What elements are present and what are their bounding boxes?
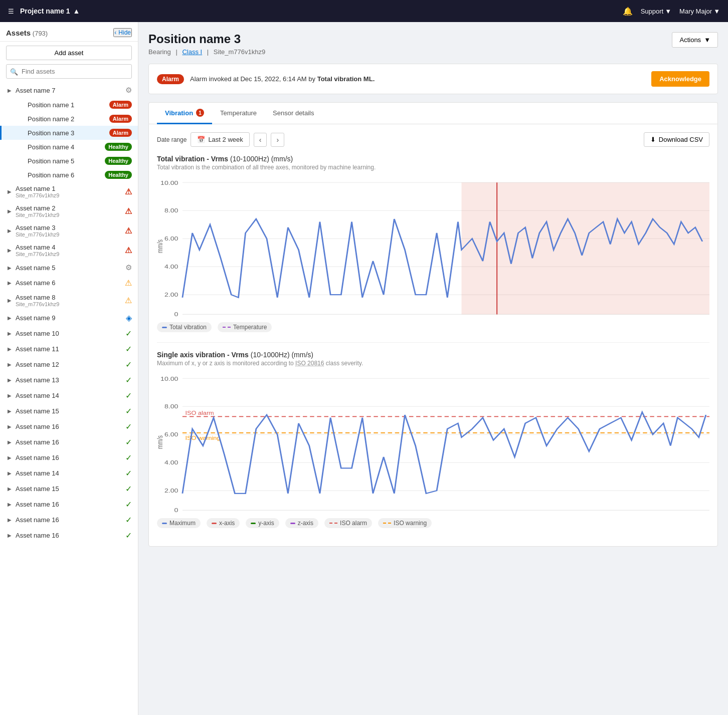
project-arrow-icon: ▲	[73, 7, 80, 15]
status-icon-ok: ✓	[125, 360, 132, 369]
svg-rect-13	[462, 182, 709, 314]
status-icon-ok: ✓	[125, 468, 132, 478]
class-link[interactable]: Class I	[182, 48, 202, 56]
item-label: Asset name 3	[16, 224, 122, 231]
status-icon-ok: ✓	[125, 500, 132, 509]
svg-text:8.00: 8.00	[164, 207, 178, 213]
status-badge: Alarm	[109, 129, 132, 137]
status-icon-warning: ⚠	[125, 278, 132, 288]
tab-sensor-details[interactable]: Sensor details	[265, 103, 322, 124]
sidebar-item-asset7[interactable]: ▶Asset name 7⚙	[0, 83, 138, 98]
legend-iso-warning: ISO warning	[378, 518, 432, 528]
item-label: Asset name 5	[16, 264, 122, 272]
expand-arrow-icon: ▶	[8, 228, 12, 233]
item-label: Position name 3	[28, 129, 106, 137]
expand-arrow-icon: ▶	[8, 298, 12, 303]
sidebar-item-asset14a[interactable]: ▶Asset name 14✓	[0, 388, 138, 403]
item-label: Asset name 9	[16, 314, 123, 322]
status-icon-ok: ✓	[125, 437, 132, 447]
status-icon-ok: ✓	[125, 515, 132, 525]
sidebar-item-asset4[interactable]: ▶Asset name 4Site_m776v1khz9⚠	[0, 241, 138, 260]
hide-sidebar-button[interactable]: ‹ Hide	[113, 28, 132, 37]
tab-vibration[interactable]: Vibration1	[157, 103, 212, 124]
sidebar-item-asset5[interactable]: ▶Asset name 5⚙	[0, 260, 138, 275]
item-label: Asset name 14	[16, 469, 122, 477]
tab-label: Vibration	[165, 109, 193, 117]
search-input[interactable]	[6, 64, 132, 79]
sidebar-item-asset1[interactable]: ▶Asset name 1Site_m776v1khz9⚠	[0, 182, 138, 201]
sidebar-item-asset16b[interactable]: ▶Asset name 16✓	[0, 434, 138, 450]
sidebar-item-asset3[interactable]: ▶Asset name 3Site_m776v1khz9⚠	[0, 221, 138, 241]
item-label: Asset name 10	[16, 330, 122, 337]
item-label: Asset name 16	[16, 532, 122, 539]
sidebar-list: ▶Asset name 7⚙Position name 1AlarmPositi…	[0, 83, 138, 715]
sidebar-item-asset16e[interactable]: ▶Asset name 16✓	[0, 512, 138, 528]
legend-maximum: Maximum	[157, 518, 201, 528]
expand-arrow-icon: ▶	[8, 533, 12, 538]
actions-button[interactable]: Actions ▼	[672, 32, 718, 48]
sidebar-item-pos3[interactable]: Position name 3Alarm	[0, 126, 138, 140]
status-icon-warning: ⚠	[125, 296, 132, 305]
legend-iso-alarm: ISO alarm	[324, 518, 372, 528]
user-dropdown[interactable]: Mary Major ▼	[679, 8, 720, 15]
chart1-section: Total vibration - Vrms (10-1000Hz) (mm/s…	[157, 155, 709, 332]
sidebar-item-asset11[interactable]: ▶Asset name 11✓	[0, 341, 138, 357]
sidebar-item-asset13[interactable]: ▶Asset name 13✓	[0, 372, 138, 388]
sidebar-item-pos4[interactable]: Position name 4Healthy	[0, 140, 138, 154]
item-label: Position name 2	[28, 115, 106, 123]
chart2-area: 10.00 8.00 6.00 4.00 2.00 0 mm/s	[157, 373, 709, 513]
sidebar-item-pos1[interactable]: Position name 1Alarm	[0, 98, 138, 112]
svg-text:2.00: 2.00	[164, 487, 178, 494]
item-label: Asset name 15	[16, 485, 122, 493]
svg-text:8.00: 8.00	[164, 403, 178, 409]
status-icon-ok: ✓	[125, 422, 132, 431]
sidebar-item-asset6[interactable]: ▶Asset name 6⚠	[0, 275, 138, 291]
add-asset-button[interactable]: Add asset	[6, 46, 132, 60]
sidebar-item-pos5[interactable]: Position name 5Healthy	[0, 154, 138, 168]
support-dropdown[interactable]: Support ▼	[641, 8, 671, 15]
status-icon-alarm: ⚠	[125, 187, 132, 196]
sidebar-item-asset9[interactable]: ▶Asset name 9◈	[0, 310, 138, 326]
svg-text:0: 0	[174, 311, 178, 317]
sidebar-item-asset16c[interactable]: ▶Asset name 16✓	[0, 450, 138, 465]
sidebar-item-asset14b[interactable]: ▶Asset name 14✓	[0, 465, 138, 481]
date-prev-button[interactable]: ‹	[254, 133, 267, 147]
expand-arrow-icon: ▶	[8, 424, 12, 429]
chart2-section: Single axis vibration - Vrms (10-1000Hz)…	[157, 342, 709, 528]
date-next-button[interactable]: ›	[271, 133, 284, 147]
legend-z-axis: z-axis	[285, 518, 318, 528]
chart-panel: Date range 📅 Last 2 week ‹ › ⬇ Download …	[148, 124, 718, 547]
item-label: Asset name 14	[16, 392, 122, 399]
item-label: Asset name 16	[16, 454, 122, 461]
tab-badge: 1	[196, 109, 204, 117]
sidebar-item-asset15a[interactable]: ▶Asset name 15✓	[0, 403, 138, 419]
user-chevron-icon: ▼	[713, 8, 720, 15]
download-icon: ⬇	[650, 136, 656, 143]
tabs-container: Vibration1TemperatureSensor details	[148, 102, 718, 124]
item-label: Asset name 6	[16, 279, 122, 287]
sidebar-item-asset10[interactable]: ▶Asset name 10✓	[0, 326, 138, 341]
tab-temperature[interactable]: Temperature	[212, 103, 265, 124]
page-header: Position name 3 Bearing | Class I | Site…	[148, 32, 718, 56]
sidebar-item-asset16a[interactable]: ▶Asset name 16✓	[0, 419, 138, 434]
chart1-legend: Total vibration Temperature	[157, 322, 709, 332]
bell-icon[interactable]: 🔔	[623, 7, 633, 16]
hamburger-icon[interactable]: ☰	[8, 8, 14, 15]
sidebar-item-pos6[interactable]: Position name 6Healthy	[0, 168, 138, 182]
sidebar-item-asset12[interactable]: ▶Asset name 12✓	[0, 357, 138, 372]
item-label: Asset name 13	[16, 376, 122, 384]
sidebar-item-asset2[interactable]: ▶Asset name 2Site_m776v1khz9⚠	[0, 201, 138, 221]
item-label: Asset name 4	[16, 244, 122, 251]
item-label: Asset name 1	[16, 185, 122, 192]
sidebar-item-asset8[interactable]: ▶Asset name 8Site_m776v1khz9⚠	[0, 291, 138, 310]
sidebar-item-asset16d[interactable]: ▶Asset name 16✓	[0, 497, 138, 512]
sidebar-item-asset15b[interactable]: ▶Asset name 15✓	[0, 481, 138, 497]
sidebar-item-asset16f[interactable]: ▶Asset name 16✓	[0, 528, 138, 543]
sidebar-item-pos2[interactable]: Position name 2Alarm	[0, 112, 138, 126]
acknowledge-button[interactable]: Acknowledge	[651, 71, 709, 87]
calendar-icon: 📅	[197, 136, 205, 143]
download-csv-button[interactable]: ⬇ Download CSV	[644, 132, 709, 147]
date-range-selector[interactable]: 📅 Last 2 week	[191, 132, 249, 147]
legend-y-axis: y-axis	[246, 518, 279, 528]
expand-arrow-icon: ▶	[8, 502, 12, 507]
